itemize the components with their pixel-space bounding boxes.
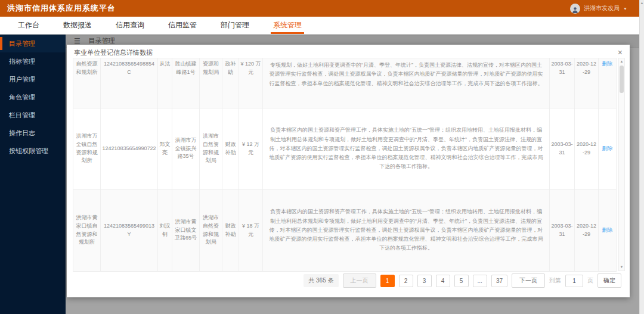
nav-tab-data-report[interactable]: 数据报送 <box>51 17 104 34</box>
user-name: 洪湖市发改局 <box>584 4 620 13</box>
page-button-2[interactable]: 2 <box>399 275 413 287</box>
cell-org: 洪湖市自然资源和规划局 <box>200 108 222 189</box>
page-scrollbar[interactable]: ▲ <box>639 0 644 314</box>
cell-person: 郑文亮 <box>158 108 172 189</box>
cell-funding: 财政补助 <box>222 108 239 189</box>
page-button-4[interactable]: 4 <box>436 275 450 287</box>
page-unit-label: 页 <box>587 276 593 285</box>
table-row: 自然资源和规划所 12421083565498854C 从法 胜山镇建峰路1号 … <box>73 58 617 108</box>
page-button-1[interactable]: 1 <box>380 275 395 287</box>
delete-link[interactable]: 删除 <box>599 108 617 189</box>
cell-amount: ¥ 12 万元 <box>239 108 263 189</box>
prev-page-button[interactable]: 上一页 <box>343 273 376 288</box>
cell-date-updated: 2020-12-29 <box>575 108 599 189</box>
cell-date-updated: 2020-12-29 <box>575 58 599 108</box>
scrollbar-thumb[interactable] <box>620 66 624 93</box>
cell-org: 资源和规划局 <box>200 58 222 108</box>
page-ellipsis[interactable]: ... <box>473 275 487 287</box>
jump-to-label: 到第 <box>549 276 561 285</box>
scroll-up-icon[interactable]: ▲ <box>640 0 644 6</box>
cell-amount: ¥ 18 万元 <box>239 189 263 271</box>
chevron-down-icon: ▼ <box>623 7 627 11</box>
scroll-down-icon[interactable]: ▼ <box>619 264 624 271</box>
nav-tab-workbench[interactable]: 工作台 <box>6 17 51 34</box>
nav-tab-system[interactable]: 系统管理 <box>261 17 314 34</box>
cell-amount: ¥ 120 万元 <box>239 58 263 108</box>
cell-date-established: 2003-03-31 <box>550 189 575 271</box>
cell-address: 洪湖市万全镇振兴路35号 <box>172 108 200 189</box>
cell-credit-code: 124210835654990722 <box>101 108 158 189</box>
delete-link[interactable]: 删除 <box>599 58 617 108</box>
sidebar-item-indicators[interactable]: 指标管理 <box>0 52 66 70</box>
sidebar-item-columns[interactable]: 栏目管理 <box>0 106 66 124</box>
records-table: 自然资源和规划所 12421083565498854C 从法 胜山镇建峰路1号 … <box>73 58 617 272</box>
delete-link[interactable]: 删除 <box>599 189 617 271</box>
nav-tab-credit-supervision[interactable]: 信用监管 <box>156 17 209 34</box>
cell-credit-code: 12421083565498854C <box>101 58 158 108</box>
cell-person: 刘汉钊 <box>158 189 172 271</box>
table-row: 洪湖市万全镇自然资源和规划所 124210835654990722 郑文亮 洪湖… <box>73 108 617 189</box>
cell-date-updated: 2020-12-29 <box>575 189 599 271</box>
cell-unit-name: 洪湖市黄家口镇自然资源和规划所 <box>73 189 101 271</box>
page-jump-input[interactable] <box>565 275 583 287</box>
modal-header: 事业单位登记信息详情数据 × <box>67 45 630 58</box>
cell-description: 负责本辖区内的国土资源和资产管理工作，具体实施土地的“五统一”管理；组织农用地转… <box>263 189 550 271</box>
app-header: 洪湖市信用体系应用系统平台 洪湖市发改局 ▼ <box>0 0 644 17</box>
sidebar-item-button-perms[interactable]: 按钮权限管理 <box>0 142 66 160</box>
sidebar: 目录管理 指标管理 用户管理 角色管理 栏目管理 操作日志 按钮权限管理 <box>0 35 66 314</box>
page-button-3[interactable]: 3 <box>417 275 432 287</box>
table-scrollbar[interactable]: ▲ ▼ <box>618 58 625 271</box>
cell-address: 洪湖市黄家口镇文卫路65号 <box>172 189 200 271</box>
next-page-button[interactable]: 下一页 <box>512 273 545 288</box>
content-area: ☰ 目录管理 事业单位登记信息详情数据 × 自然资源和规划所 124210835… <box>66 35 644 314</box>
nav-tab-department[interactable]: 部门管理 <box>209 17 261 34</box>
page-button-5[interactable]: 5 <box>454 275 469 287</box>
detail-modal: 事业单位登记信息详情数据 × 自然资源和规划所 1242108356549885… <box>67 45 630 297</box>
cell-description: 专项规划，做好土地利用变更调查中的“月清、季登、年统计”，负责国土资源法律、法规… <box>263 58 550 108</box>
cell-address: 胜山镇建峰路1号 <box>172 58 200 108</box>
user-menu[interactable]: 洪湖市发改局 ▼ <box>570 4 627 14</box>
sidebar-item-logs[interactable]: 操作日志 <box>0 124 66 142</box>
app-title: 洪湖市信用体系应用系统平台 <box>7 3 116 14</box>
cell-date-established: 2003-03-31 <box>550 58 575 108</box>
confirm-button[interactable]: 确定 <box>597 273 621 288</box>
modal-title: 事业单位登记信息详情数据 <box>74 48 153 57</box>
cell-org: 洪湖市自然资源和规划局 <box>200 189 222 271</box>
cell-person: 从法 <box>158 58 172 108</box>
pagination: 共 365 条 上一页 1 2 3 4 5 ... 37 下一页 到第 页 确定 <box>67 273 621 288</box>
page-button-37[interactable]: 37 <box>491 275 507 287</box>
cell-date-established: 2003-03-31 <box>550 108 575 189</box>
sidebar-item-users[interactable]: 用户管理 <box>0 70 66 88</box>
nav-tab-credit-query[interactable]: 信用查询 <box>104 17 156 34</box>
main-nav: 工作台 数据报送 信用查询 信用监管 部门管理 系统管理 <box>0 17 644 35</box>
close-icon[interactable]: × <box>618 48 623 57</box>
user-avatar-icon <box>570 4 580 14</box>
cell-funding: 财政补助 <box>222 189 239 271</box>
total-count: 共 365 条 <box>304 274 338 287</box>
sidebar-item-catalog[interactable]: 目录管理 <box>0 35 66 52</box>
sidebar-item-roles[interactable]: 角色管理 <box>0 88 66 106</box>
scroll-up-icon[interactable]: ▲ <box>619 58 624 65</box>
cell-funding: 政补助 <box>222 58 239 108</box>
cell-unit-name: 洪湖市万全镇自然资源和规划所 <box>73 108 101 189</box>
cell-credit-code: 12421083565499013Y <box>101 189 158 271</box>
cell-unit-name: 自然资源和规划所 <box>73 58 101 108</box>
cell-description: 负责本辖区内的国土资源和资产管理工作，具体实施土地的“五统一”管理；组织农用地转… <box>263 108 550 189</box>
table-row: 洪湖市黄家口镇自然资源和规划所 12421083565499013Y 刘汉钊 洪… <box>73 189 617 272</box>
